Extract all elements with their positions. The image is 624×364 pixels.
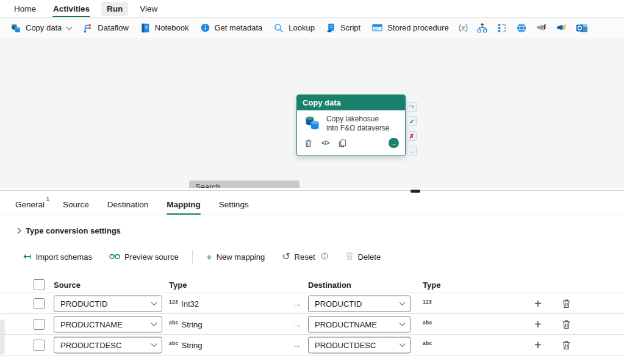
search-input[interactable]: Search [189,180,299,188]
search-placeholder: Search [195,182,220,188]
add-mapping-row-button[interactable]: + [534,339,542,351]
menu-run[interactable]: Run [101,2,128,16]
activity-connectors: ↷ ✓ ✗ → [407,102,417,155]
invoke-pipeline-button[interactable] [472,19,492,37]
reset-icon: ↺ [282,252,290,262]
webhook-icon [536,22,547,34]
add-next-activity-button[interactable]: → [389,138,399,148]
plus-icon: + [206,252,212,262]
lookup-icon [273,23,284,34]
stored-procedure-button[interactable]: Stored procedure [366,20,454,36]
azure-function-button[interactable] [551,19,572,37]
clone-activity-icon[interactable] [339,139,346,148]
type-conversion-settings-label: Type conversion settings [26,226,121,235]
toolbar-button-label: Dataflow [98,23,129,32]
tab-mapping[interactable]: Mapping [167,200,201,215]
source-column-dropdown[interactable]: PRODUCTID [54,295,162,312]
set-variable-icon: (x) [459,23,468,33]
properties-panel: General 1 Source Destination Mapping Set… [0,190,624,364]
foreach-icon [497,23,507,34]
web-button[interactable] [512,20,531,37]
chevron-down-icon [151,320,157,326]
set-variable-button[interactable]: (x) [454,20,473,36]
trash-icon [345,251,354,262]
row-checkbox[interactable] [34,340,45,351]
office365-outlook-icon [576,22,588,34]
web-icon [516,23,527,34]
office365-outlook-button[interactable] [572,19,592,37]
preview-source-button[interactable]: Preview source [104,250,184,264]
activities-toolbar: Copy data Dataflow Notebook [0,17,624,38]
destination-type-column-header: Type [423,280,440,289]
source-column-dropdown[interactable]: PRODUCTDESC [54,337,162,353]
menu-home[interactable]: Home [9,2,41,16]
add-mapping-row-button[interactable]: + [534,298,542,310]
foreach-button[interactable] [492,20,512,37]
mapping-row: PRODUCTNAME abcString → PRODUCTNAME abc … [0,314,624,335]
row-checkbox[interactable] [34,298,45,309]
row-checkbox[interactable] [34,319,45,330]
destination-column-dropdown[interactable]: PRODUCTDESC [308,337,411,353]
delete-row-button[interactable] [562,340,571,350]
toolbar-button-label: Notebook [155,23,189,32]
pipeline-canvas[interactable]: Copy data Copy lakehosue into F&O datave… [0,39,624,188]
info-icon [321,252,328,262]
on-completion-connector[interactable]: → [407,146,417,155]
destination-column-dropdown[interactable]: PRODUCTNAME [308,316,411,332]
notebook-icon [140,23,151,34]
chevron-right-icon [15,228,21,234]
copy-data-activity-card[interactable]: Copy data Copy lakehosue into F&O datave… [296,95,406,156]
delete-row-button[interactable] [562,319,571,329]
script-button[interactable]: Script [320,20,366,36]
tab-destination[interactable]: Destination [107,200,149,215]
copy-data-button[interactable]: Copy data [5,20,77,37]
toolbar-button-label: Lookup [289,23,315,32]
mapping-arrow-icon: → [292,319,302,330]
copy-data-icon [303,114,321,134]
chevron-down-icon [400,341,406,347]
on-skip-connector[interactable]: ↷ [407,102,417,112]
view-code-icon[interactable]: </> [321,140,329,146]
lookup-button[interactable]: Lookup [268,20,320,37]
type-conversion-settings-expander[interactable]: Type conversion settings [0,215,624,235]
chevron-down-icon [151,341,157,347]
on-fail-connector[interactable]: ✗ [407,131,417,141]
tab-settings[interactable]: Settings [219,200,249,215]
reset-button[interactable]: ↺ Reset [277,249,332,264]
select-all-checkbox[interactable] [34,279,45,290]
destination-column-dropdown[interactable]: PRODUCTID [308,295,411,312]
toolbar-button-label: Copy data [26,23,62,32]
panel-tabs: General 1 Source Destination Mapping Set… [0,191,624,215]
toolbar-button-label: Get metadata [215,23,263,32]
webhook-button[interactable] [531,19,551,37]
source-type-column-header: Type [169,280,187,289]
menu-activities[interactable]: Activities [48,2,95,16]
on-success-connector[interactable]: ✓ [407,116,417,126]
chevron-down-icon [151,299,157,305]
delete-mapping-button[interactable]: Delete [340,249,386,265]
destination-type-cell: abc [423,319,436,330]
source-column-dropdown[interactable]: PRODUCTNAME [54,316,162,332]
tab-source[interactable]: Source [63,200,89,215]
menu-bar: Home Activities Run View [0,0,624,17]
destination-column-header: Destination [308,280,351,289]
new-mapping-button[interactable]: + New mapping [201,249,270,265]
notebook-button[interactable]: Notebook [134,20,195,37]
import-schemas-button[interactable]: ↤ Import schemas [18,249,97,264]
add-mapping-row-button[interactable]: + [534,318,542,330]
azure-function-icon [556,22,567,34]
general-error-badge: 1 [46,195,49,202]
source-type-cell: abcString [169,340,203,351]
invoke-pipeline-icon [476,22,488,34]
delete-activity-icon[interactable] [304,139,312,148]
mapping-table: Source Type Destination Type PRODUCTID 1… [0,276,624,355]
vertical-scrollbar[interactable] [0,320,4,354]
panel-resize-handle[interactable] [411,190,420,193]
dataflow-button[interactable]: Dataflow [77,20,134,37]
tab-general[interactable]: General 1 [15,200,45,215]
get-metadata-button[interactable]: Get metadata [195,20,268,36]
delete-row-button[interactable] [562,299,571,309]
source-column-header: Source [54,280,81,289]
menu-view[interactable]: View [134,2,163,16]
source-type-cell: 123Int32 [169,298,199,309]
